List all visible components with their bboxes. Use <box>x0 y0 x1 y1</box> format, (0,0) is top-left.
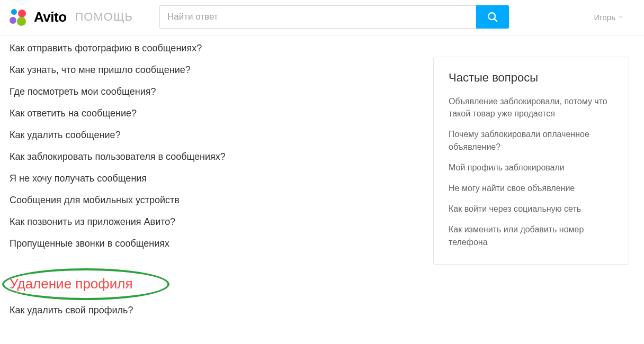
header: Avito ПОМОЩЬ Игорь <box>0 0 644 35</box>
faq-link[interactable]: Я не хочу получать сообщения <box>10 168 412 189</box>
faq-link[interactable]: Пропущенные звонки в сообщениях <box>10 233 412 255</box>
user-name: Игорь <box>594 13 615 22</box>
faq-link[interactable]: Где посмотреть мои сообщения? <box>10 81 412 103</box>
sidebar-link[interactable]: Как войти через социальную сеть <box>449 203 614 215</box>
search-input[interactable] <box>159 5 476 29</box>
faq-link[interactable]: Как заблокировать пользователя в сообщен… <box>10 146 412 168</box>
sidebar-link[interactable]: Объявление заблокировали, потому что так… <box>449 95 614 120</box>
sidebar-link[interactable]: Как изменить или добавить номер телефона <box>449 223 614 248</box>
search-icon <box>487 11 498 23</box>
svg-line-1 <box>495 19 497 22</box>
chevron-down-icon <box>618 14 624 20</box>
faq-link[interactable]: Как узнать, что мне пришло сообщение? <box>10 59 412 81</box>
faq-link[interactable]: Как удалить сообщение? <box>10 124 412 146</box>
search-button[interactable] <box>476 5 509 29</box>
highlighted-section: Удаление профиля <box>10 276 132 292</box>
sidebar-link[interactable]: Не могу найти свое объявление <box>449 182 614 194</box>
sidebar-link[interactable]: Мой профиль заблокировали <box>449 161 614 174</box>
faq-link[interactable]: Как ответить на сообщение? <box>10 103 412 124</box>
faq-link[interactable]: Как удалить свой профиль? <box>10 300 412 321</box>
sidebar-link[interactable]: Почему заблокировали оплаченное объявлен… <box>449 128 614 152</box>
sidebar: Частые вопросы Объявление заблокировали,… <box>433 57 629 321</box>
logo[interactable]: Avito ПОМОЩЬ <box>10 8 133 26</box>
faq-link[interactable]: Как отправить фотографию в сообщениях? <box>10 38 412 59</box>
user-menu[interactable]: Игорь <box>594 13 634 22</box>
main-column: Как отправить фотографию в сообщениях? К… <box>10 35 412 321</box>
section-title[interactable]: Удаление профиля <box>10 276 132 293</box>
logo-dots-icon <box>10 8 28 26</box>
brand-name: Avito <box>34 9 67 25</box>
sidebar-box: Частые вопросы Объявление заблокировали,… <box>433 57 629 265</box>
search-form <box>159 5 509 29</box>
sidebar-title: Частые вопросы <box>449 71 614 85</box>
faq-link[interactable]: Как позвонить из приложения Авито? <box>10 211 412 233</box>
content: Как отправить фотографию в сообщениях? К… <box>0 35 644 321</box>
faq-link[interactable]: Сообщения для мобильных устройств <box>10 189 412 211</box>
help-label: ПОМОЩЬ <box>75 10 133 24</box>
